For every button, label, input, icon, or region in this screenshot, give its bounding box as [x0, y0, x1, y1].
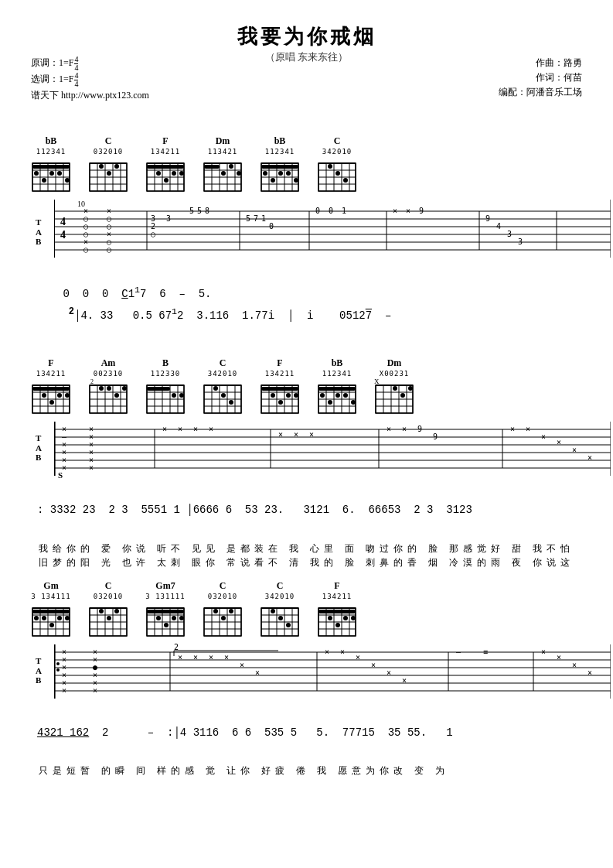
svg-rect-228: [261, 387, 298, 391]
section2-notation: : 3332 23 2 3 5551 1 │6666 6 53 23. 3121…: [37, 481, 582, 540]
svg-point-265: [400, 393, 405, 398]
section1-tab: T A B 4 4 10 × ○ ○ ○ × ○ × ○ ○ ×: [54, 196, 582, 261]
svg-point-403: [328, 616, 332, 620]
tab-A-label2: A: [36, 443, 42, 453]
svg-point-49: [179, 171, 184, 176]
svg-rect-164: [32, 387, 70, 391]
svg-point-387: [271, 609, 275, 613]
composer: 作曲：路勇: [499, 56, 582, 70]
chord-diagram-bB2: [260, 157, 300, 193]
svg-text:×: ×: [193, 425, 198, 433]
svg-point-406: [351, 616, 356, 620]
svg-point-32: [114, 164, 119, 169]
chord-B-1: B 112330: [145, 357, 186, 415]
svg-point-166: [49, 400, 54, 405]
svg-point-327: [65, 616, 70, 620]
svg-rect-12: [32, 165, 70, 169]
section3-chords: Gm 3 134111: [31, 580, 582, 637]
svg-text:×: ×: [393, 207, 397, 215]
svg-point-357: [164, 623, 169, 627]
chord-F-2: F 134211: [31, 357, 71, 415]
svg-rect-45: [147, 165, 184, 169]
svg-point-79: [263, 171, 267, 176]
svg-point-47: [164, 178, 169, 183]
svg-point-183: [114, 393, 119, 398]
tab-B-label3: B: [36, 675, 41, 685]
chord-diagram-bB1: [31, 157, 71, 193]
svg-point-83: [294, 178, 298, 183]
chord-bB-3: bB 112341: [317, 357, 357, 415]
svg-text:×: ×: [510, 425, 515, 433]
svg-text:–: –: [456, 648, 461, 656]
svg-rect-78: [261, 165, 298, 169]
svg-rect-198: [147, 387, 170, 391]
svg-text:X: X: [374, 379, 380, 385]
section1-tab-svg: T A B 4 4 10 × ○ ○ ○ × ○ × ○ ○ ×: [54, 196, 611, 261]
svg-point-373: [221, 616, 226, 620]
svg-point-214: [221, 393, 226, 398]
chord-C-3: C 342010: [203, 357, 243, 415]
svg-text:×: ×: [294, 430, 298, 439]
svg-text:×: ×: [209, 425, 213, 433]
arranger: 编配：阿潘音乐工场: [499, 85, 582, 100]
chord-C-5: C 032010: [203, 580, 243, 637]
chord-svg-C4: [88, 602, 128, 637]
chord-diagram-C1: [88, 157, 128, 193]
tab-T-label2: T: [36, 433, 41, 443]
svg-text:4: 4: [496, 222, 501, 231]
svg-text:7: 7: [254, 214, 258, 223]
svg-point-213: [213, 386, 218, 391]
page: 我要为你戒烟 （原唱 东来东往） 原调：1=F44 选调：1=F44 谱天下 h…: [0, 0, 613, 868]
svg-text:○: ○: [107, 245, 111, 254]
svg-point-82: [286, 171, 291, 176]
svg-text:×: ×: [62, 686, 66, 695]
svg-text:○: ○: [83, 245, 88, 254]
svg-point-30: [99, 164, 104, 169]
svg-point-80: [271, 178, 275, 183]
svg-point-323: [34, 616, 39, 620]
chord-svg-B: [145, 379, 186, 415]
section3-tab: × × × × × × × × ● × × × 2: [54, 641, 582, 702]
svg-point-340: [99, 609, 104, 613]
tab-T-label3: T: [36, 656, 41, 665]
svg-text:4: 4: [60, 216, 66, 227]
svg-text:5: 5: [197, 207, 202, 215]
svg-text:×: ×: [309, 430, 314, 439]
chord-svg-bB3: [317, 379, 357, 415]
svg-point-405: [343, 616, 348, 620]
svg-rect-355: [147, 610, 184, 613]
svg-text:×: ×: [541, 432, 546, 441]
chord-svg-Gm7: [145, 602, 186, 637]
svg-text:×: ×: [178, 653, 182, 661]
svg-rect-62: [204, 165, 220, 169]
svg-point-65: [237, 171, 241, 176]
svg-text:×: ×: [572, 661, 577, 669]
svg-text:×: ×: [572, 446, 577, 454]
svg-point-63: [221, 171, 226, 176]
svg-rect-402: [318, 610, 356, 613]
chord-Dm-1: Dm 113421: [203, 135, 243, 193]
svg-text:×: ×: [526, 425, 530, 433]
svg-text:×: ×: [557, 653, 561, 661]
svg-rect-245: [318, 387, 356, 391]
svg-point-429: [56, 662, 60, 665]
svg-text:×: ×: [557, 438, 561, 446]
svg-point-14: [42, 178, 46, 183]
svg-text:S: S: [58, 470, 63, 480]
lyricist: 作词：何苗: [499, 70, 582, 85]
svg-text:5: 5: [189, 207, 194, 215]
svg-text:9: 9: [419, 207, 424, 215]
chord-F-4: F 134211: [317, 580, 357, 637]
section3: Gm 3 134111: [31, 580, 582, 778]
chord-F-3: F 134211: [260, 357, 300, 415]
svg-text:×: ×: [587, 668, 592, 677]
svg-point-46: [156, 171, 161, 176]
section2-tab: × – × × × × × × × × × × × × × ×: [54, 418, 582, 480]
svg-text:2: 2: [174, 643, 179, 651]
svg-text:×: ×: [587, 453, 592, 462]
svg-text:×: ×: [356, 653, 360, 661]
svg-point-16: [57, 171, 62, 176]
svg-text:×: ×: [255, 668, 260, 677]
svg-point-182: [107, 386, 111, 391]
section2-lyrics1: 我给你的 爱 你说 听不 见见 是都装在 我 心里 面 吻过你的 脸 那感觉好 …: [31, 542, 582, 555]
